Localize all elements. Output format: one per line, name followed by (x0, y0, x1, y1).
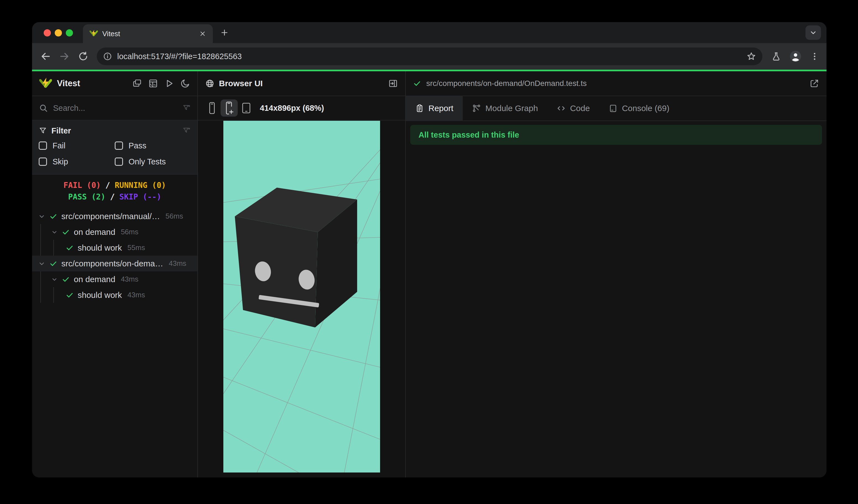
test-case-row[interactable]: should work 55ms (32, 240, 197, 256)
filter-panel: Filter Fail (32, 120, 197, 175)
test-suite-row[interactable]: on demand 56ms (32, 224, 197, 240)
tab-report[interactable]: Report (406, 96, 463, 120)
clear-search-filter-icon[interactable] (182, 104, 191, 112)
close-tab-icon[interactable] (199, 30, 206, 37)
vitest-logo (39, 77, 52, 90)
browser-toolbar: localhost:5173/#/?file=1828625563 (32, 43, 826, 70)
forward-button[interactable] (58, 50, 71, 63)
url-text[interactable]: localhost:5173/#/?file=1828625563 (117, 52, 746, 61)
tab-module-graph[interactable]: Module Graph (463, 96, 547, 120)
reload-icon (78, 51, 89, 62)
checkbox[interactable] (115, 142, 123, 150)
fail-count: FAIL (0) (64, 181, 101, 190)
run-all-icon[interactable] (164, 79, 174, 88)
test-suite-row[interactable]: on demand 43ms (32, 271, 197, 287)
threejs-scene (223, 121, 380, 472)
filter-option-only-tests[interactable]: Only Tests (115, 154, 191, 169)
reload-button[interactable] (77, 50, 90, 63)
search-icon (39, 103, 48, 113)
filter-option-skip[interactable]: Skip (39, 154, 115, 169)
results-tabs: Report Module Graph (406, 96, 826, 121)
checkbox[interactable] (115, 158, 123, 166)
tab-console[interactable]: Console (69) (599, 96, 679, 120)
check-icon (65, 244, 74, 252)
results-panel: src/components/on-demand/OnDemand.test.t… (406, 71, 826, 477)
chevron-down-icon[interactable] (38, 260, 45, 267)
new-tab-button[interactable] (220, 28, 229, 37)
chevron-down-icon[interactable] (51, 276, 58, 283)
indent-guide (41, 224, 41, 256)
traffic-lights (44, 29, 73, 36)
tested-app-viewport[interactable] (223, 121, 380, 472)
chevron-down-icon[interactable] (38, 213, 45, 220)
test-file-row[interactable]: src/components/manual/… 56ms (32, 208, 197, 224)
search-input[interactable] (53, 103, 182, 113)
external-link-icon[interactable] (809, 79, 819, 88)
bookmark-star-icon[interactable] (746, 51, 756, 61)
indent-guide (53, 240, 54, 256)
preview-title: Browser UI (219, 79, 263, 88)
test-file-row-selected[interactable]: src/components/on-dema… 43ms (32, 256, 197, 271)
browser-window: Vitest (32, 22, 826, 477)
check-icon (62, 275, 70, 283)
filter-option-fail[interactable]: Fail (39, 138, 115, 153)
zoom-window-button[interactable] (66, 29, 73, 36)
check-icon (49, 259, 58, 268)
checkbox[interactable] (39, 158, 47, 166)
filter-option-pass[interactable]: Pass (115, 138, 191, 153)
device-phone-plus-icon[interactable] (221, 99, 238, 117)
dashboard-icon[interactable] (148, 79, 158, 88)
device-toolbar: 414x896px (68%) (198, 96, 405, 120)
chevron-down-icon[interactable] (51, 229, 58, 235)
indent-guide (53, 287, 54, 303)
dark-mode-icon[interactable] (180, 79, 190, 88)
device-tablet-icon[interactable] (238, 99, 255, 117)
code-tab-icon (557, 104, 566, 113)
duration: 56ms (165, 212, 183, 221)
browser-menu-icon[interactable] (810, 52, 819, 61)
running-count: RUNNING (0) (115, 181, 166, 190)
minimize-window-button[interactable] (55, 29, 62, 36)
back-button[interactable] (39, 50, 52, 63)
browser-preview-panel: Browser UI (198, 71, 406, 477)
close-window-button[interactable] (44, 29, 51, 36)
duration: 43ms (121, 275, 139, 283)
experiments-flask-icon[interactable] (771, 51, 781, 61)
report-tab-icon (415, 104, 424, 113)
tab-code[interactable]: Code (547, 96, 599, 120)
tab-title: Vitest (102, 30, 199, 38)
address-bar[interactable]: localhost:5173/#/?file=1828625563 (97, 48, 762, 65)
check-icon (62, 228, 70, 236)
viewport-size-label: 414x896px (68%) (260, 103, 324, 113)
browser-tab[interactable]: Vitest (83, 24, 213, 43)
preview-area (198, 120, 405, 477)
module-graph-icon (472, 104, 481, 113)
console-tab-icon (609, 104, 618, 113)
open-file-path[interactable]: src/components/on-demand/OnDemand.test.t… (426, 79, 587, 88)
app-title: Vitest (57, 79, 80, 88)
globe-icon (205, 79, 214, 88)
profile-avatar[interactable] (790, 50, 801, 63)
tab-search-button[interactable] (806, 26, 821, 40)
robot-cube (235, 188, 357, 327)
status-banner: All tests passed in this file (410, 125, 822, 145)
check-icon (413, 79, 421, 87)
test-case-row[interactable]: should work 43ms (32, 287, 197, 303)
chevron-down-icon (809, 29, 817, 36)
collapse-panels-icon[interactable] (132, 79, 142, 88)
checkbox[interactable] (39, 142, 47, 150)
back-icon (40, 51, 51, 62)
hide-panel-icon[interactable] (388, 79, 398, 88)
device-phone-small-icon[interactable] (204, 99, 221, 117)
duration: 55ms (127, 243, 145, 252)
pass-count: PASS (2) (68, 192, 105, 201)
tab-strip: Vitest (32, 22, 826, 43)
skip-count: SKIP (--) (120, 192, 161, 201)
duration: 56ms (121, 228, 139, 236)
filter-title: Filter (51, 126, 71, 135)
site-info-icon[interactable] (103, 52, 112, 61)
indent-guide (41, 271, 41, 303)
search-bar (32, 96, 197, 120)
check-icon (65, 291, 74, 299)
clear-filters-icon[interactable] (182, 127, 191, 135)
